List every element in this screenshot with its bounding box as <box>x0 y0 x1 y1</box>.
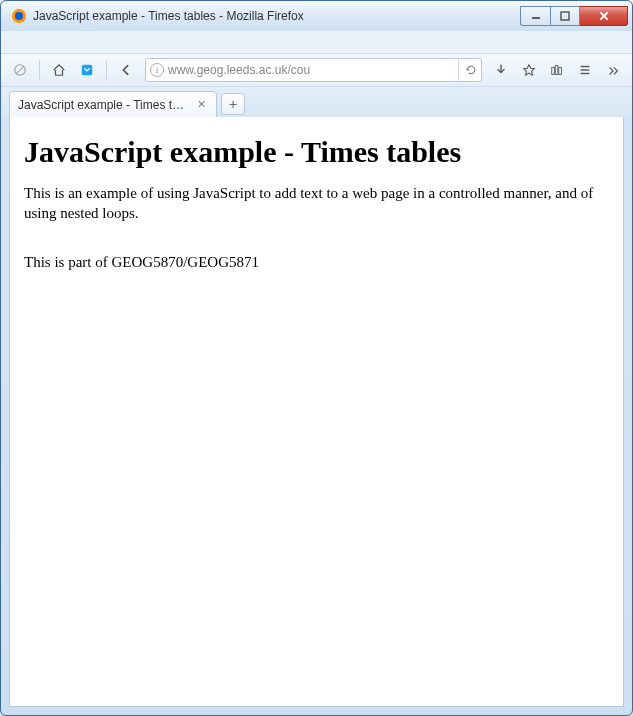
firefox-window: JavaScript example - Times tables - Mozi… <box>0 0 633 716</box>
addon-icon[interactable] <box>7 57 33 83</box>
svg-rect-10 <box>555 66 558 75</box>
library-button[interactable] <box>544 57 570 83</box>
tabstrip: JavaScript example - Times tabl... ✕ + <box>1 87 632 117</box>
maximize-button[interactable] <box>550 6 580 26</box>
toolbar: i www.geog.leeds.ac.uk/cou <box>1 53 632 87</box>
menu-history[interactable] <box>47 40 59 44</box>
svg-rect-9 <box>552 67 555 74</box>
pocket-button[interactable] <box>74 57 100 83</box>
tab-active[interactable]: JavaScript example - Times tabl... ✕ <box>9 91 217 117</box>
reload-button[interactable] <box>458 59 477 81</box>
svg-rect-11 <box>559 67 562 74</box>
new-tab-button[interactable]: + <box>221 93 245 115</box>
overflow-button[interactable] <box>600 57 626 83</box>
page-heading: JavaScript example - Times tables <box>24 135 609 169</box>
window-controls <box>520 6 628 26</box>
toolbar-separator <box>39 60 40 80</box>
hamburger-menu-button[interactable] <box>572 57 598 83</box>
home-button[interactable] <box>46 57 72 83</box>
svg-rect-3 <box>561 12 569 20</box>
menu-bookmarks[interactable] <box>61 40 73 44</box>
tab-close-button[interactable]: ✕ <box>194 98 208 112</box>
window-title: JavaScript example - Times tables - Mozi… <box>33 9 520 23</box>
firefox-icon <box>11 8 27 24</box>
menu-tools[interactable] <box>75 40 87 44</box>
menu-view[interactable] <box>33 40 45 44</box>
titlebar: JavaScript example - Times tables - Mozi… <box>1 1 632 31</box>
page-intro: This is an example of using JavaScript t… <box>24 183 609 224</box>
bookmark-star-button[interactable] <box>516 57 542 83</box>
svg-point-1 <box>15 12 23 20</box>
page-content: JavaScript example - Times tables This i… <box>9 117 624 707</box>
svg-line-7 <box>17 67 24 74</box>
menu-edit[interactable] <box>19 40 31 44</box>
page-footer: This is part of GEOG5870/GEOG5871 <box>24 252 609 272</box>
close-button[interactable] <box>580 6 628 26</box>
minimize-button[interactable] <box>520 6 550 26</box>
menu-file[interactable] <box>5 40 17 44</box>
toolbar-separator <box>106 60 107 80</box>
tab-label: JavaScript example - Times tabl... <box>18 98 188 112</box>
url-bar[interactable]: i www.geog.leeds.ac.uk/cou <box>145 58 482 82</box>
menu-help[interactable] <box>89 40 101 44</box>
back-button[interactable] <box>113 57 139 83</box>
menubar <box>1 31 632 53</box>
site-info-icon[interactable]: i <box>150 63 164 77</box>
downloads-button[interactable] <box>488 57 514 83</box>
url-text: www.geog.leeds.ac.uk/cou <box>168 63 454 77</box>
